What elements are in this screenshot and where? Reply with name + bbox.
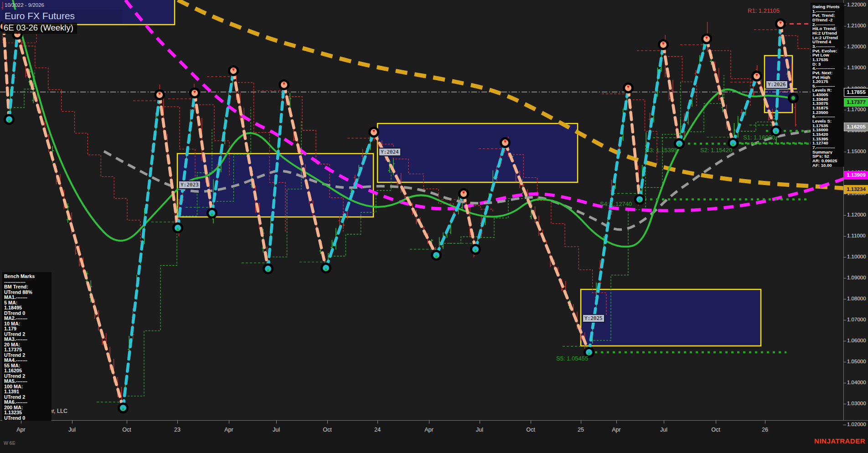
panel-line: 6.------------- — [812, 114, 842, 119]
time-axis-tick — [229, 420, 229, 423]
time-axis-label: Jul — [62, 427, 82, 433]
time-axis-label: 24 — [367, 427, 388, 433]
panel-line: 2.------------- — [812, 22, 842, 27]
panel-line: 1.16000 — [812, 128, 842, 132]
panel-line: 1.15420 — [812, 132, 842, 137]
time-axis-label: Apr — [219, 427, 239, 433]
panel-line: 1.17535 — [812, 57, 842, 62]
time-axis-tick — [377, 420, 378, 423]
panel-line: UTrend 2 — [4, 374, 50, 379]
time-axis-label: Oct — [317, 427, 337, 433]
panel-line: DTrend -2 — [812, 18, 842, 22]
panel-line: MA5.------- — [4, 379, 50, 384]
time-axis-tick — [531, 420, 531, 423]
panel-line: Summary — [812, 150, 842, 154]
panel-line: 5 MA: — [4, 300, 50, 306]
instrument-label: 6E 03-26 (Weekly) — [2, 23, 77, 34]
panel-line: D: 3 — [812, 62, 842, 67]
time-axis-tick — [664, 420, 664, 423]
year-box-label-Y2023[interactable]: Y:2023 — [178, 180, 201, 189]
panel-line: MA3.------- — [4, 337, 50, 342]
price-axis-tick — [843, 404, 846, 404]
time-axis-label: Oct — [521, 427, 541, 433]
panel-line: AF: 10.00 — [812, 163, 842, 168]
price-axis-label: 1.20000 — [847, 44, 866, 49]
date-range-label: 10/2022 - 9/2026 — [5, 2, 44, 8]
panel-line: 1.1391 — [4, 389, 50, 395]
panel-line: HiLo Trend: — [812, 26, 842, 31]
year-box-label-Y2026[interactable]: Y:2026 — [765, 80, 788, 89]
price-axis-label: 1.15000 — [847, 149, 866, 154]
panel-line: Levels R: — [812, 88, 842, 93]
price-axis-tick — [843, 278, 846, 278]
panel-line: 1.31875 — [812, 106, 842, 110]
panel-line: 10 MA: — [4, 321, 50, 327]
time-axis-label: 26 — [755, 427, 775, 433]
panel-line: UTrend 4 — [812, 40, 842, 44]
panel-line: 1.12740 — [812, 141, 842, 145]
price-axis-label: 1.05000 — [847, 359, 866, 364]
panel-line: UTrend 2 — [4, 395, 50, 400]
support-label-S5: S5: 1.05455 — [556, 355, 588, 362]
panel-line: Swing Pivots — [812, 5, 842, 9]
price-axis-label: 1.21000 — [847, 23, 866, 28]
panel-line: Pvt High — [812, 75, 842, 80]
panel-line: DTrend 0 — [4, 311, 50, 316]
panel-line: AR: 0.09025 — [812, 159, 842, 163]
panel-line: Hi:2 UTrend — [812, 31, 842, 36]
panel-line: 100 MA: — [4, 384, 50, 390]
panel-line: 1.15395 — [812, 137, 842, 141]
support-label-S2: S2: 1.15420 — [700, 147, 732, 154]
panel-line: 1.23500 — [812, 110, 842, 115]
price-axis-label: 1.10000 — [847, 254, 866, 259]
price-axis-label: 1.22000 — [847, 2, 866, 7]
time-axis-tick — [327, 420, 328, 423]
panel-line: Pvt Low — [812, 53, 842, 57]
time-axis-label: Jul — [266, 427, 286, 433]
price-axis-label: 1.09000 — [847, 275, 866, 280]
year-box-label-Y2025[interactable]: Y:2025 — [582, 314, 605, 323]
price-tag-1.17855: 1.17855 — [844, 88, 868, 97]
time-axis-tick — [21, 420, 21, 423]
panel-line: Pvt. Trend: — [812, 13, 842, 18]
time-axis-label: Apr — [11, 427, 31, 433]
time-axis-tick — [480, 420, 480, 423]
panel-line: Pvt. Evolve: — [812, 49, 842, 53]
price-axis-tick — [843, 299, 846, 299]
price-axis-label: 1.08000 — [847, 296, 866, 301]
panel-line: 1.18495 — [4, 305, 50, 311]
panel-line: 7.------------- — [812, 145, 842, 150]
panel-line: MA6.------- — [4, 400, 50, 405]
panel-line: UTrend 88% — [4, 290, 50, 295]
time-axis-label: Apr — [419, 427, 439, 433]
panel-line: 5.------------- — [812, 84, 842, 88]
price-axis-label: 1.11000 — [847, 233, 866, 238]
price-axis-label: 1.19000 — [847, 65, 866, 70]
panel-line: Levels S: — [812, 119, 842, 124]
year-box-label-Y2024[interactable]: Y:2024 — [378, 148, 401, 156]
support-label-S3: S3: 1.15395 — [646, 147, 677, 154]
price-axis-label: 1.07000 — [847, 317, 866, 322]
price-axis-label: 1.12000 — [847, 212, 866, 217]
price-tag-1.16205: 1.16205 — [844, 123, 868, 131]
time-axis-tick — [276, 420, 277, 423]
time-axis-label: 23 — [167, 427, 187, 433]
price-tag-1.13909: 1.13909 — [844, 171, 868, 180]
panel-line: 1.33075 — [812, 101, 842, 106]
panel-line: SP's: 52 — [812, 154, 842, 159]
time-axis-tick — [616, 420, 617, 423]
support-label-S4: S4: 1.12740 — [600, 201, 632, 207]
panel-line: 4.------------- — [812, 66, 842, 71]
resistance-label-R1: R1: 1.21105 — [748, 7, 780, 14]
price-axis-tick — [843, 383, 846, 383]
time-axis-tick — [716, 420, 716, 423]
panel-line: 1.------------- — [812, 9, 842, 14]
chart-title: Euro FX Futures — [2, 10, 122, 23]
panel-line: 3.------------- — [812, 44, 842, 49]
price-axis-label: 1.02000 — [847, 422, 866, 427]
swing-pivots-panel: Swing Pivots1.-------------Pvt. Trend:DT… — [811, 3, 844, 167]
panel-line: 1.17535 — [812, 124, 842, 128]
support-label-S1: S1: 1.16000 — [743, 134, 775, 141]
panel-line: Lo:2 UTrend — [812, 36, 842, 40]
price-axis-tick — [843, 341, 846, 341]
